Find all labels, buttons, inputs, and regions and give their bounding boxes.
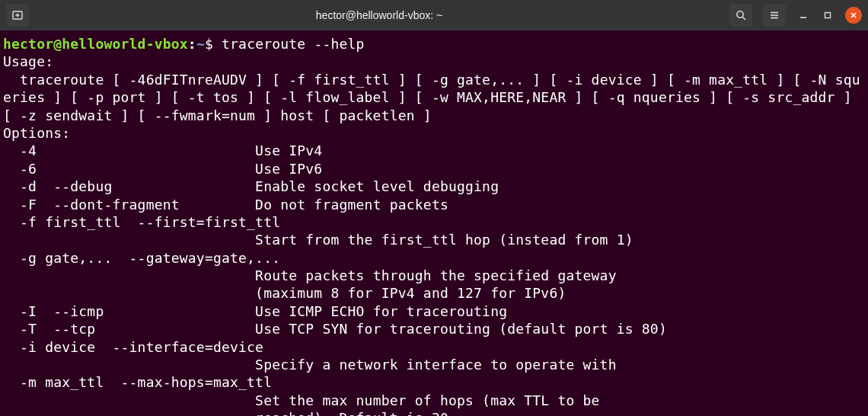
hamburger-icon — [768, 9, 780, 21]
command-text: traceroute --help — [222, 36, 365, 52]
prompt-path: ~ — [196, 36, 205, 52]
terminal-output: Usage: traceroute [ -46dFITnreAUDV ] [ -… — [3, 53, 860, 416]
minimize-icon — [799, 11, 807, 19]
svg-line-4 — [742, 17, 745, 20]
search-button[interactable] — [729, 4, 752, 27]
new-tab-icon — [11, 9, 24, 21]
prompt-colon: : — [188, 36, 196, 52]
search-icon — [735, 9, 747, 21]
prompt-symbol: $ — [205, 36, 213, 52]
new-tab-button[interactable] — [6, 4, 29, 27]
maximize-button[interactable] — [821, 8, 834, 22]
maximize-icon — [824, 11, 831, 19]
window-title: hector@helloworld-vbox: ~ — [35, 8, 723, 22]
close-button[interactable] — [845, 7, 862, 24]
prompt-host: helloworld-vbox — [62, 36, 188, 52]
prompt-at: @ — [53, 36, 62, 52]
window-titlebar: hector@helloworld-vbox: ~ — [0, 0, 868, 30]
close-icon — [850, 11, 857, 19]
menu-button[interactable] — [763, 4, 786, 27]
svg-rect-9 — [825, 13, 831, 18]
minimize-button[interactable] — [796, 8, 810, 22]
terminal-area[interactable]: hector@helloworld-vbox:~$ traceroute --h… — [0, 30, 868, 416]
prompt-user: hector — [3, 36, 53, 52]
prompt-space — [213, 36, 222, 52]
svg-point-3 — [737, 11, 743, 18]
